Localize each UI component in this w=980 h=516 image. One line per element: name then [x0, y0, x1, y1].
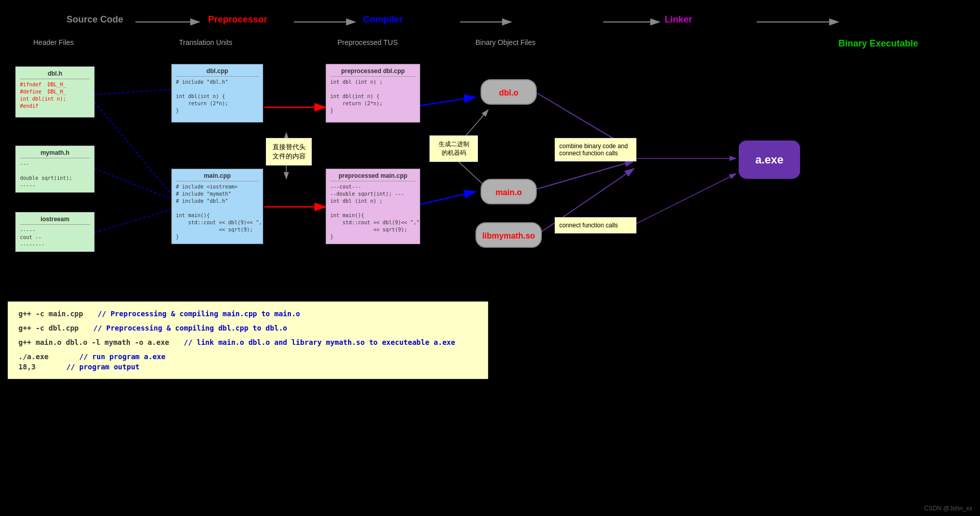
svg-line-19 [537, 161, 634, 189]
arrows-svg [0, 0, 980, 516]
preprocessed-tus-label: Preprocessed TUS [337, 38, 398, 46]
generate-binary-box: 生成二进制 的机器码 [429, 135, 478, 162]
preprocessor-label: Preprocessor [208, 14, 267, 25]
combine-binary-text: combine binary code and connect function… [559, 143, 628, 157]
main-cpp-box: main.cpp # include <iostream> # include … [171, 169, 263, 244]
svg-line-10 [95, 89, 171, 95]
cmd5-base: 18,3 [18, 363, 36, 371]
iostreeam-content: ----- cout -- -------- [20, 227, 90, 248]
cmd4-comment: // run program a.exe [79, 353, 166, 361]
binary-executable-label: Binary Executable [838, 38, 918, 49]
preprocessed-dbl-box: preprocessed dbl.cpp int dbl (int n) ; i… [326, 64, 420, 123]
main-o-text: main.o [495, 188, 522, 197]
mymath-h-title: mymath.h [20, 149, 90, 158]
svg-line-13 [95, 102, 171, 194]
header-files-label: Header Files [33, 38, 74, 46]
combine-binary-box: combine binary code and connect function… [555, 138, 636, 161]
preprocessed-main-title: preprocessed main.cpp [330, 172, 416, 181]
mymath-h-box: mymath.h --- double sqrt(int); ----- [15, 146, 95, 193]
connect-calls-box: connect function calls [555, 217, 636, 233]
direct-replace-box: 直接替代头 文件的内容 [266, 138, 312, 166]
preprocessed-dbl-title: preprocessed dbl.cpp [330, 67, 416, 77]
dbl-o-text: dbl.o [499, 88, 518, 97]
main-o-box: main.o [481, 179, 537, 204]
cmd3-base: g++ main.o dbl.o -l mymath -o a.exe [18, 338, 169, 346]
libmymath-box: libmymath.so [475, 222, 542, 248]
preprocessed-main-box: preprocessed main.cpp ---cout--- --doubl… [326, 169, 420, 244]
direct-replace-text: 直接替代头 文件的内容 [272, 143, 306, 160]
command-line-2: g++ -c dbl.cpp // Preprocessing & compil… [18, 324, 477, 332]
command-line-1: g++ -c main.cpp // Preprocessing & compi… [18, 310, 477, 318]
translation-units-label: Translation Units [179, 38, 233, 46]
iostreeam-title: iostreeam [20, 216, 90, 225]
source-code-label: Source Code [66, 14, 123, 25]
cmd3-comment: // link main.o dbl.o and library mymath.… [184, 338, 455, 346]
compiler-label: Compiler [363, 14, 403, 25]
command-box: g++ -c main.cpp // Preprocessing & compi… [8, 301, 488, 379]
mymath-h-content: --- double sqrt(int); ----- [20, 160, 90, 189]
dbl-h-box: dbl.h #ifndef DBL_H_ #define DBL_H_ int … [15, 66, 95, 118]
command-line-4: ./a.exe // run program a.exe 18,3 // pro… [18, 353, 477, 371]
preprocessed-main-content: ---cout--- --double sqort(int); --- int … [330, 183, 416, 241]
cmd1-base: g++ -c main.cpp [18, 310, 83, 318]
preprocessed-dbl-content: int dbl (int n) ; int dbl(int n) { retur… [330, 79, 416, 114]
dbl-cpp-content: # include "dbl.h" int dbl(int n) { retur… [176, 79, 259, 114]
a-exe-text: a.exe [755, 153, 783, 166]
cmd2-comment: // Preprocessing & compiling dbl.cpp to … [93, 324, 287, 332]
svg-line-12 [95, 209, 171, 232]
dbl-o-box: dbl.o [481, 79, 537, 105]
connect-calls-text: connect function calls [559, 222, 618, 229]
dbl-cpp-title: dbl.cpp [176, 67, 259, 77]
main-cpp-title: main.cpp [176, 172, 259, 181]
command-line-3: g++ main.o dbl.o -l mymath -o a.exe // l… [18, 338, 477, 346]
cmd5-comment: // program output [66, 363, 140, 371]
dbl-cpp-box: dbl.cpp # include "dbl.h" int dbl(int n)… [171, 64, 263, 123]
diagram-container: Source Code Preprocessor Compiler Linker… [0, 0, 980, 516]
iostreeam-box: iostreeam ----- cout -- -------- [15, 212, 95, 252]
generate-binary-text: 生成二进制 的机器码 [439, 140, 469, 156]
libmymath-text: libmymath.so [482, 231, 535, 240]
a-exe-box: a.exe [739, 140, 800, 179]
watermark: CSDN @John_xx [924, 505, 972, 512]
dbl-h-title: dbl.h [20, 70, 90, 79]
linker-label: Linker [665, 14, 692, 25]
cmd4-base: ./a.exe [18, 353, 49, 361]
dbl-h-content: #ifndef DBL_H_ #define DBL_H_ int dbl(in… [20, 81, 90, 110]
binary-object-files-label: Binary Object Files [475, 38, 535, 46]
main-cpp-content: # include <iostream> # include "mymath" … [176, 183, 259, 241]
svg-line-11 [95, 169, 171, 199]
cmd1-comment: // Preprocessing & compiling main.cpp to… [98, 310, 300, 318]
svg-line-22 [634, 174, 736, 225]
cmd2-base: g++ -c dbl.cpp [18, 324, 79, 332]
